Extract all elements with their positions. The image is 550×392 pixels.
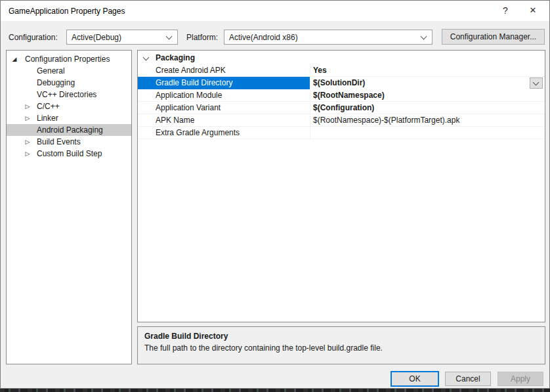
tree-item-label: Linker [37,112,58,124]
property-row-create-android-apk[interactable]: Create Android APKYes [138,64,545,77]
configuration-selected-value: Active(Debug) [72,33,121,42]
configuration-label: Configuration: [9,33,58,42]
tree-item-label: Build Events [37,136,81,148]
description-text: The full path to the directory containin… [144,343,538,353]
configuration-manager-button[interactable]: Configuration Manager... [442,29,545,45]
tree-item-configuration-properties[interactable]: ◢Configuration Properties [7,53,131,65]
tree-item-label: Custom Build Step [37,148,102,160]
property-value[interactable]: $(SolutionDir) [310,77,545,89]
property-row-application-variant[interactable]: Application Variant$(Configuration) [138,102,545,114]
cancel-button[interactable]: Cancel [445,372,491,386]
section-packaging[interactable]: Packaging [138,52,545,64]
value-dropdown-button[interactable] [530,77,543,89]
tree-collapsed-icon[interactable]: ▷ [24,100,32,112]
property-value[interactable]: $(RootNamespace)-$(PlatformTarget).apk [310,114,545,127]
property-name[interactable]: APK Name [138,114,310,127]
chevron-down-icon [421,33,427,40]
property-row-extra-gradle-arguments[interactable]: Extra Gradle Arguments [138,127,545,139]
property-name[interactable]: Extra Gradle Arguments [138,127,310,139]
tree-collapsed-icon[interactable]: ▷ [24,136,32,148]
window-title: GameApplication Property Pages [9,7,125,16]
desktop-artifact-strip [0,389,550,392]
tree-item-android-packaging[interactable]: Android Packaging [7,124,131,136]
property-name[interactable]: Create Android APK [138,64,310,77]
property-value[interactable]: $(Configuration) [310,102,545,114]
property-grid: Packaging Create Android APKYesGradle Bu… [137,50,545,322]
configuration-select[interactable]: Active(Debug) [66,30,178,45]
property-name[interactable]: Gradle Build Directory [138,77,310,89]
tree-item-label: C/C++ [37,100,60,112]
tree-item-build-events[interactable]: ▷Build Events [7,136,131,148]
platform-select[interactable]: Active(Android x86) [224,30,433,45]
grid-rows: Create Android APKYesGradle Build Direct… [138,64,545,139]
tree-item-debugging[interactable]: Debugging [7,77,131,89]
tree-collapsed-icon[interactable]: ▷ [24,112,32,124]
property-value[interactable] [310,127,545,139]
chevron-down-icon [166,33,173,40]
tree-item-c-c-[interactable]: ▷C/C++ [7,100,131,112]
description-panel: Gradle Build Directory The full path to … [137,326,545,364]
chevron-down-icon [143,54,150,61]
property-name[interactable]: Application Module [138,89,310,102]
tree-item-linker[interactable]: ▷Linker [7,112,131,124]
property-row-gradle-build-directory[interactable]: Gradle Build Directory$(SolutionDir) [138,77,545,89]
tree-item-label: General [37,65,65,77]
section-header-label: Packaging [156,52,195,64]
property-value[interactable]: $(RootNamespace) [310,89,545,102]
description-title: Gradle Build Directory [144,332,538,341]
property-value[interactable]: Yes [310,64,545,77]
tree-item-label: Android Packaging [37,124,103,136]
tree-item-label: Configuration Properties [25,53,110,65]
property-row-application-module[interactable]: Application Module$(RootNamespace) [138,89,545,102]
property-pages-dialog: GameApplication Property Pages ? ✕ Confi… [0,0,550,389]
tree-collapsed-icon[interactable]: ▷ [24,148,32,160]
chevron-down-icon [533,79,539,86]
properties-tree: ◢Configuration PropertiesGeneralDebuggin… [6,50,132,364]
platform-selected-value: Active(Android x86) [229,33,298,42]
tree-item-vc-directories[interactable]: VC++ Directories [7,89,131,100]
help-icon[interactable]: ? [494,1,517,20]
platform-label: Platform: [186,33,218,42]
close-icon[interactable]: ✕ [522,1,544,20]
tree-expanded-icon[interactable]: ◢ [11,53,18,65]
property-name[interactable]: Application Variant [138,102,310,114]
tree-item-label: Debugging [37,77,75,89]
ok-button[interactable]: OK [391,371,439,387]
property-row-apk-name[interactable]: APK Name$(RootNamespace)-$(PlatformTarge… [138,114,545,127]
tree-item-general[interactable]: General [7,65,131,77]
apply-button[interactable]: Apply [497,372,543,386]
tree-item-custom-build-step[interactable]: ▷Custom Build Step [7,148,131,160]
titlebar[interactable]: GameApplication Property Pages ? ✕ [1,1,549,21]
tree-item-label: VC++ Directories [37,89,96,100]
